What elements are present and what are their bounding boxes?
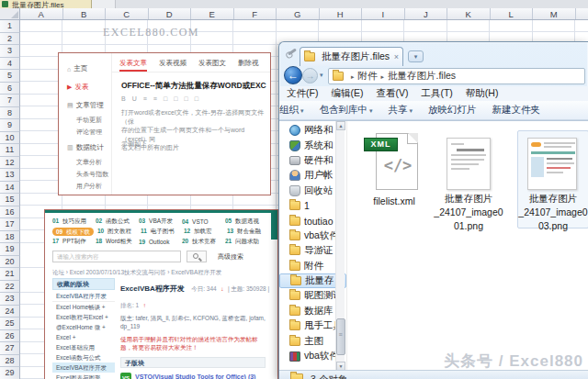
forum-subboard-header: 子版块 (120, 357, 266, 368)
category-number: 05 (225, 217, 232, 224)
column-header[interactable]: I (362, 8, 405, 20)
explorer-tab-title: 批量存图片.files (322, 50, 392, 63)
row-header[interactable]: 20 (0, 256, 20, 269)
category-label: 函数公式 (106, 217, 130, 224)
forum-category: 21 问题求助 (225, 238, 268, 246)
row-header[interactable]: 17 (0, 218, 20, 231)
back-button[interactable]: ← (284, 66, 302, 84)
row-header[interactable]: 25 (0, 318, 20, 330)
menu-item[interactable]: 帮助(H) (466, 87, 499, 100)
embedded-image-forum-page[interactable]: 01 技巧应用 02 函数公式 03 VBA开发 04 VSTO 05 (44, 209, 278, 379)
excel-window-tab[interactable]: 批量存图片.files (0, 0, 92, 8)
category-number: 03 (139, 217, 145, 224)
new-tab-button[interactable]: ▾ (408, 50, 424, 62)
menu-item[interactable]: 工具(T) (421, 87, 452, 100)
toolbar-button[interactable]: 新建文件夹▾ (492, 104, 541, 117)
scroll-down-icon[interactable]: ▼ (336, 362, 345, 370)
publish-nav-icon: ▥ (67, 144, 74, 151)
editor-tool-icon: ≡ (153, 95, 157, 102)
column-header[interactable]: J (405, 8, 448, 20)
excel-window-tab-stub[interactable] (92, 0, 116, 8)
files-pane[interactable]: </> XML filelist.xml (348, 121, 588, 370)
row-header[interactable]: 27 (0, 342, 20, 355)
toolbar-button[interactable]: 组织▾ (279, 104, 304, 117)
row-header[interactable]: 10 (0, 132, 20, 145)
scroll-up-icon[interactable]: ▲ (336, 121, 345, 130)
row-header[interactable]: 13 (0, 169, 20, 182)
row-header[interactable]: 6 (0, 83, 20, 95)
close-icon[interactable]: × (394, 52, 399, 61)
forum-category-row: 09 模板下载 10 图文教程 11 电子图书 12 加载宏 13 (52, 227, 269, 237)
column-header[interactable]: G (277, 8, 320, 20)
forward-button[interactable]: → (302, 68, 318, 84)
column-header[interactable]: M (533, 8, 576, 20)
breadcrumb-segment[interactable]: ▸附件 (347, 70, 378, 83)
forum-category: 05 数据透视 (225, 217, 268, 226)
menu-item[interactable]: 编辑(E) (331, 87, 363, 100)
sidebar-item-label: 用户帐 (304, 169, 334, 182)
column-header[interactable]: F (234, 8, 277, 20)
sidebar-item-label: 回收站 (304, 184, 334, 197)
sidebar-item-icon (289, 262, 300, 271)
magnifier-icon (193, 253, 198, 259)
row-header[interactable]: 1 (0, 20, 20, 33)
row-header[interactable]: 23 (0, 293, 20, 306)
column-header[interactable]: E (191, 8, 234, 20)
history-dropdown-icon[interactable]: ▾ (320, 72, 323, 79)
toolbar-button[interactable]: 包含到库中▾ (320, 104, 373, 117)
menu-item[interactable]: 查看(V) (376, 87, 408, 100)
chevron-down-icon: ▾ (410, 107, 413, 114)
subboard-title-link: VSTO(Visual Studio Tools for Office) (3) (135, 373, 255, 379)
row-header[interactable]: 8 (0, 107, 20, 120)
png-thumbnail (527, 138, 577, 190)
row-header[interactable]: 29 (0, 367, 20, 379)
row-header[interactable]: 19 (0, 243, 20, 256)
column-header[interactable]: A (20, 8, 63, 20)
embedded-image-publish-page[interactable]: ⌂ 主页 ▶ 发表 ▤ (58, 52, 271, 195)
address-box[interactable]: ▸附件 ▸批量存图片.files (328, 68, 585, 84)
column-header[interactable]: K (447, 8, 491, 20)
row-header[interactable]: 3 (0, 45, 20, 58)
row-header[interactable]: 11 (0, 144, 20, 157)
row-header[interactable]: 22 (0, 281, 20, 294)
publish-tab: 发表图文 新 (198, 59, 226, 72)
wrench-icon[interactable] (288, 48, 297, 55)
row-header[interactable]: 2 (0, 33, 20, 46)
breadcrumb-segment[interactable]: ▸批量存图片.files (378, 70, 457, 83)
sidebar-item-label: 1 (304, 200, 310, 211)
row-header[interactable]: 15 (0, 194, 20, 206)
select-all-corner[interactable] (0, 8, 20, 20)
row-header[interactable]: 5 (0, 70, 20, 83)
folder-icon (304, 52, 315, 61)
row-header[interactable]: 18 (0, 231, 20, 244)
column-header[interactable]: C (106, 8, 149, 20)
row-header[interactable]: 7 (0, 95, 20, 107)
row-header[interactable]: 21 (0, 268, 20, 281)
menu-bar: 文件(F)编辑(E)查看(V)工具(T)帮助(H) (279, 86, 588, 101)
column-header[interactable]: H (320, 8, 363, 20)
row-header[interactable]: 28 (0, 355, 20, 368)
column-header[interactable]: D (149, 8, 192, 20)
scrollbar-thumb[interactable] (336, 318, 345, 355)
sidebar-scrollbar[interactable]: ▲ ▼ (335, 121, 345, 370)
row-header[interactable]: 9 (0, 119, 20, 132)
toolbar-button-label: 共享 (389, 104, 408, 115)
column-header[interactable]: L (491, 8, 534, 20)
explorer-tab[interactable]: 批量存图片.files × (300, 47, 403, 66)
menu-item[interactable]: 文件(F) (287, 87, 318, 100)
column-header[interactable]: B (63, 8, 107, 20)
row-header[interactable]: 24 (0, 306, 20, 318)
toolbar-button[interactable]: 共享▾ (389, 104, 413, 117)
arrow-up-icon: ↑ (143, 302, 146, 308)
row-header[interactable]: 4 (0, 58, 20, 71)
row-header[interactable]: 14 (0, 182, 20, 195)
row-header[interactable]: 26 (0, 330, 20, 343)
column-header[interactable]: N (576, 8, 588, 20)
category-label: 加载宏 (194, 228, 212, 234)
file-name: 批量存图片 _24107_image0 01.png (426, 192, 511, 233)
sidebar-item-icon (289, 337, 300, 346)
row-header[interactable]: 16 (0, 206, 20, 219)
row-header[interactable]: 12 (0, 157, 20, 170)
toolbar-button[interactable]: 放映幻灯片▾ (428, 104, 477, 117)
editor-tool-icon: □ (195, 95, 198, 102)
